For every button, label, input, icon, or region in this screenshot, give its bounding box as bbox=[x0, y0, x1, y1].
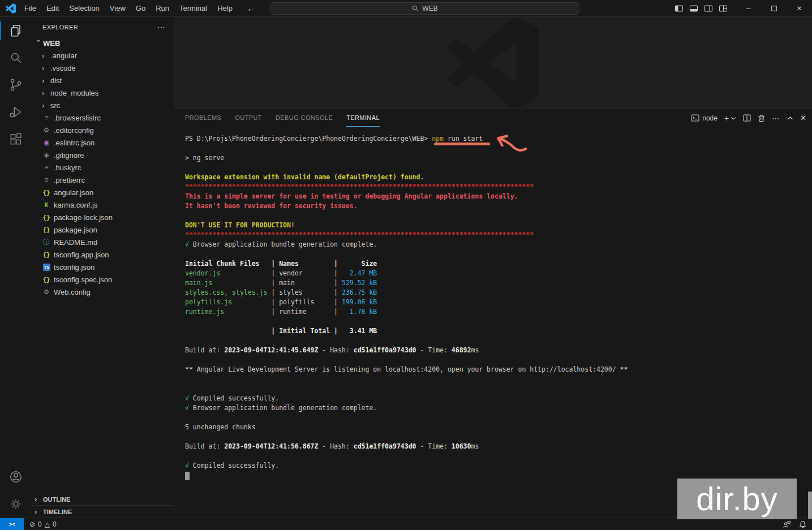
terminal-line: Workspace extension with invalid name (d… bbox=[185, 173, 812, 182]
section-timeline[interactable]: ›TIMELINE bbox=[31, 505, 174, 518]
file-label: karma.conf.js bbox=[54, 201, 97, 209]
tree-item--editorconfig[interactable]: ⚙.editorconfig bbox=[31, 124, 174, 136]
menu-terminal[interactable]: Terminal bbox=[174, 0, 212, 16]
tree-item--huskyrc[interactable]: ≡.huskyrc bbox=[31, 161, 174, 174]
toggle-primary-sidebar-icon[interactable] bbox=[674, 4, 684, 13]
tab-debug-console[interactable]: DEBUG CONSOLE bbox=[276, 109, 333, 127]
explorer-header: EXPLORER ⋯ bbox=[31, 17, 174, 37]
tab-output[interactable]: OUTPUT bbox=[235, 109, 262, 127]
annotation-arrow-icon bbox=[493, 133, 529, 153]
tree-item-dist[interactable]: ›dist bbox=[31, 74, 174, 87]
root-folder-label: WEB bbox=[43, 39, 60, 48]
terminal-output[interactable]: PS D:\Projs\PhoneOrderingConcierge\Phone… bbox=[174, 127, 812, 518]
tree-item--eslintrc-json[interactable]: ◉.eslintrc.json bbox=[31, 136, 174, 149]
git-file-icon: ◈ bbox=[42, 151, 51, 159]
karma-file-icon: K bbox=[42, 201, 51, 209]
shell-label: node bbox=[702, 114, 718, 122]
terminal-line bbox=[185, 211, 812, 221]
explorer-more-actions-icon[interactable]: ⋯ bbox=[157, 23, 166, 32]
chevron-down-icon: › bbox=[35, 40, 43, 48]
terminal-instance-node[interactable]: node bbox=[691, 114, 718, 122]
tree-item-package-lock-json[interactable]: {}package-lock.json bbox=[31, 211, 174, 223]
back-arrow-icon[interactable]: ← bbox=[247, 3, 255, 13]
more-actions-icon[interactable]: ⋯ bbox=[772, 114, 780, 122]
watermark-dirby: dir.by bbox=[677, 479, 797, 519]
problems-status[interactable]: ⊘ 0 △ 0 bbox=[29, 520, 57, 528]
chevron-down-icon[interactable] bbox=[731, 116, 736, 120]
toggle-secondary-sidebar-icon[interactable] bbox=[704, 4, 713, 13]
activity-explorer[interactable] bbox=[0, 17, 31, 44]
terminal-line bbox=[185, 384, 812, 394]
menu-file[interactable]: File bbox=[19, 0, 41, 16]
feedback-icon[interactable] bbox=[783, 520, 791, 528]
explorer-title: EXPLORER bbox=[42, 24, 78, 31]
chevron-right-icon: › bbox=[35, 495, 43, 503]
watermark-fragment bbox=[808, 492, 812, 519]
section-outline[interactable]: ›OUTLINE bbox=[31, 493, 174, 505]
menu-view[interactable]: View bbox=[105, 0, 131, 16]
terminal-line: vendor.js | vendor | 2.47 MB bbox=[185, 269, 812, 278]
tab-terminal[interactable]: TERMINAL bbox=[346, 109, 380, 127]
chevron-right-icon: › bbox=[42, 76, 50, 85]
explorer-files-icon bbox=[8, 23, 23, 38]
remote-indicator[interactable]: >< bbox=[0, 518, 24, 530]
file-label: .editorconfig bbox=[54, 126, 94, 135]
menu-edit[interactable]: Edit bbox=[41, 0, 64, 16]
file-label: README.md bbox=[54, 238, 97, 247]
tree-item-tsconfig-spec-json[interactable]: {}tsconfig.spec.json bbox=[31, 273, 174, 286]
file-label: .angular bbox=[50, 51, 77, 60]
warning-triangle-icon: △ bbox=[45, 520, 50, 528]
customize-layout-icon[interactable] bbox=[719, 4, 728, 13]
terminal-line: styles.css, styles.js | styles | 236.75 … bbox=[185, 288, 812, 298]
activity-source-control[interactable] bbox=[0, 71, 31, 98]
activity-settings[interactable] bbox=[0, 490, 31, 518]
tree-item-src[interactable]: ›src bbox=[31, 99, 174, 111]
tree-item--angular[interactable]: ›.angular bbox=[31, 49, 174, 62]
tree-item--browserslistrc[interactable]: ≡.browserslistrc bbox=[31, 111, 174, 124]
tree-item-karma-conf-js[interactable]: Kkarma.conf.js bbox=[31, 199, 174, 211]
toggle-panel-icon[interactable] bbox=[689, 4, 698, 13]
split-terminal-icon[interactable] bbox=[743, 114, 751, 122]
activity-extensions[interactable] bbox=[0, 126, 31, 153]
minimize-button[interactable]: ─ bbox=[736, 0, 761, 17]
terminal-line: ****************************************… bbox=[185, 230, 812, 240]
terminal-line: √ Compiled successfully. bbox=[185, 461, 812, 471]
activity-run-debug[interactable] bbox=[0, 98, 31, 126]
main-area: EXPLORER ⋯ › WEB ›.angular›.vscode›dist›… bbox=[0, 17, 812, 518]
command-center-search[interactable]: WEB bbox=[270, 2, 579, 15]
section-label: TIMELINE bbox=[43, 509, 72, 515]
tree-item--vscode[interactable]: ›.vscode bbox=[31, 62, 174, 74]
tree-root-web[interactable]: › WEB bbox=[31, 37, 174, 49]
tree-item--gitignore[interactable]: ◈.gitignore bbox=[31, 149, 174, 161]
terminal-line bbox=[185, 336, 812, 346]
menu-help[interactable]: Help bbox=[212, 0, 238, 16]
new-terminal-icon[interactable]: + bbox=[724, 114, 729, 122]
activity-account[interactable] bbox=[0, 463, 31, 490]
bell-icon[interactable] bbox=[799, 520, 806, 528]
terminal-line: ** Angular Live Development Server is li… bbox=[185, 365, 812, 374]
maximize-button[interactable] bbox=[761, 0, 787, 17]
menu-selection[interactable]: Selection bbox=[64, 0, 104, 16]
close-window-button[interactable]: ✕ bbox=[787, 0, 812, 17]
tab-problems[interactable]: PROBLEMS bbox=[185, 109, 221, 127]
gear-icon bbox=[8, 497, 23, 511]
watermark-text: dir.by bbox=[696, 482, 778, 515]
tree-item-web-config[interactable]: ⚙Web.config bbox=[31, 286, 174, 298]
tree-item-angular-json[interactable]: {}angular.json bbox=[31, 186, 174, 199]
annotation-underline bbox=[434, 143, 490, 145]
tree-item--prettierrc[interactable]: ≡.prettierrc bbox=[31, 174, 174, 186]
tree-item-tsconfig-json[interactable]: TStsconfig.json bbox=[31, 261, 174, 273]
tree-item-readme-md[interactable]: ⓘREADME.md bbox=[31, 236, 174, 248]
kill-terminal-trash-icon[interactable] bbox=[758, 114, 765, 122]
json-file-icon: {} bbox=[42, 276, 51, 283]
activity-search[interactable] bbox=[0, 44, 31, 71]
chevron-right-icon: › bbox=[42, 64, 50, 72]
menu-go[interactable]: Go bbox=[131, 0, 151, 16]
tree-item-package-json[interactable]: {}package.json bbox=[31, 223, 174, 236]
tree-item-tsconfig-app-json[interactable]: {}tsconfig.app.json bbox=[31, 248, 174, 261]
nav-arrows: ← → bbox=[247, 3, 274, 13]
menu-run[interactable]: Run bbox=[151, 0, 174, 16]
tree-item-node-modules[interactable]: ›node_modules bbox=[31, 87, 174, 99]
close-panel-icon[interactable]: ✕ bbox=[800, 114, 806, 122]
maximize-panel-chevron-up-icon[interactable] bbox=[787, 116, 793, 120]
